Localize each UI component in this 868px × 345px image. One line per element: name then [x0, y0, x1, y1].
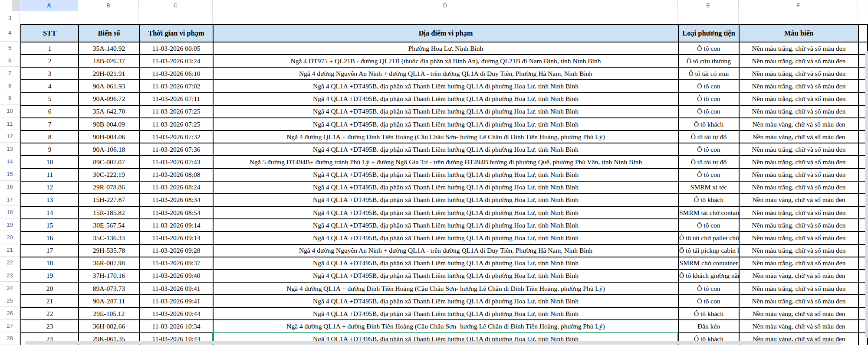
cell-time[interactable]: 11-03-2026 08:24 — [139, 181, 213, 194]
cell-plate_color[interactable]: Nền màu trắng, chữ và số màu đen — [739, 231, 858, 244]
row-number-18[interactable]: 18 — [0, 206, 20, 218]
cell-time[interactable]: 11-03-2026 09:14 — [139, 219, 213, 231]
cell-stt[interactable]: 19 — [21, 270, 79, 282]
header-cell-stt[interactable]: STT — [21, 25, 79, 42]
cell-location[interactable]: Ngã 4 QL1A +DT495B, địa phận xã Thanh Li… — [213, 219, 678, 231]
row-number-27[interactable]: 27 — [0, 320, 20, 332]
cell-vehicle[interactable]: SMRM tải chở container — [678, 206, 739, 219]
header-cell-plate[interactable]: Biển số — [79, 25, 139, 42]
cell-plate[interactable]: 35A-140.92 — [79, 42, 139, 55]
column-header-a[interactable]: A — [20, 0, 78, 11]
cell-location[interactable]: Ngã 4 QL1A +DT495B, địa phận xã Thanh Li… — [213, 307, 678, 320]
cell-location[interactable]: Phường Hoa Lư, Ninh Bình — [213, 42, 678, 55]
cell-stt[interactable]: 13 — [21, 194, 79, 206]
cell-vehicle[interactable]: Ô tô con — [678, 282, 739, 295]
empty-cell[interactable] — [678, 12, 739, 24]
cell-plate[interactable]: 90A-096.72 — [79, 93, 139, 105]
column-header-c[interactable]: C — [139, 0, 213, 11]
select-all-corner[interactable] — [12, 0, 20, 11]
cell-stt[interactable]: 4 — [21, 80, 79, 92]
cell-plate_color[interactable]: Nền màu vàng, chữ và số màu đen — [739, 118, 858, 130]
empty-cell[interactable] — [139, 12, 213, 24]
cell-location[interactable]: Ngã 4 QL1A +DT495B, địa phận xã Thanh Li… — [213, 105, 678, 118]
cell-plate[interactable]: 29H-021.91 — [79, 67, 139, 80]
empty-cell[interactable] — [213, 12, 678, 24]
cell-location[interactable]: Ngã 4 QL1A +DT495B, địa phận xã Thanh Li… — [213, 295, 678, 307]
row-number-24[interactable]: 24 — [0, 282, 20, 294]
row-number-5[interactable]: 5 — [0, 42, 20, 54]
cell-vehicle[interactable]: Ô tô tải tự đổ — [678, 156, 739, 168]
cell-plate_color[interactable]: Nền màu trắng, chữ và số màu đen — [739, 181, 858, 194]
cell-time[interactable]: 11-03-2026 07:11 — [139, 93, 213, 105]
cell-location[interactable]: Ngã 4 QL1A +DT495B, địa phận xã Thanh Li… — [213, 93, 678, 105]
cell-plate_color[interactable]: Nền màu vàng, chữ và số màu đen — [739, 194, 858, 206]
cell-stt[interactable]: 16 — [21, 231, 79, 244]
column-header-f[interactable]: F — [739, 0, 858, 11]
cell-vehicle[interactable]: Ô tô con — [678, 42, 739, 55]
cell-stt[interactable]: 7 — [21, 118, 79, 130]
header-cell-time[interactable]: Thời gian vi phạm — [139, 25, 213, 42]
header-cell-location[interactable]: Địa điểm vi phạm — [213, 25, 678, 42]
header-cell-plate_color[interactable]: Màu biển — [739, 25, 858, 42]
cell-stt[interactable]: 1 — [21, 42, 79, 55]
row-number-28[interactable]: 28 — [0, 332, 20, 345]
row-number-25[interactable]: 25 — [0, 294, 20, 307]
cell-plate_color[interactable]: Nền màu trắng, chữ và số màu đen — [739, 143, 858, 156]
row-number-15[interactable]: 15 — [0, 168, 20, 181]
cell-vehicle[interactable]: Đầu kéo — [678, 320, 739, 332]
cell-time[interactable]: 11-03-2026 09:37 — [139, 257, 213, 270]
cell-vehicle[interactable]: Ô tô khách giường nằm — [678, 270, 739, 282]
cell-vehicle[interactable]: Ô tô tải chở pallet chứa — [678, 231, 739, 244]
header-cell-sliver[interactable] — [858, 25, 868, 42]
cell-stt[interactable]: 5 — [21, 93, 79, 105]
cell-plate[interactable]: 90A-106.18 — [79, 143, 139, 156]
cell-stt[interactable]: 12 — [21, 181, 79, 194]
cell-plate_color[interactable]: Nền màu trắng, chữ và số màu đen — [739, 156, 858, 168]
cell-time[interactable]: 11-03-2026 08:08 — [139, 169, 213, 181]
cell-vehicle[interactable]: Ô tô con — [678, 169, 739, 181]
cell-plate[interactable]: 29E-105.12 — [79, 307, 139, 320]
cell-plate_color[interactable]: Nền màu vàng, chữ và số màu đen — [739, 270, 858, 282]
cell-plate[interactable]: 89C-007.07 — [79, 156, 139, 168]
cell-time[interactable]: 11-03-2026 09:28 — [139, 244, 213, 257]
row-number-10[interactable]: 10 — [0, 105, 20, 117]
cell-location[interactable]: Ngã 4 QL1A +DT495B, địa phận xã Thanh Li… — [213, 80, 678, 92]
cell-vehicle[interactable]: SMRM xi téc — [678, 181, 739, 194]
cell-plate[interactable]: 18B-026.37 — [79, 55, 139, 67]
cell-plate[interactable]: 90H-004.06 — [79, 130, 139, 143]
row-number-7[interactable]: 7 — [0, 67, 20, 79]
cell-time[interactable]: 11-03-2026 09:14 — [139, 231, 213, 244]
cell-vehicle[interactable]: Ô tô khách — [678, 307, 739, 320]
empty-cell[interactable] — [20, 12, 78, 24]
cell-time[interactable]: 11-03-2026 08:34 — [139, 194, 213, 206]
cell-location[interactable]: Ngã 4 QL1A +DT495B, địa phận xã Thanh Li… — [213, 231, 678, 244]
cell-plate[interactable]: 90A-287.11 — [79, 295, 139, 307]
cell-plate_color[interactable]: Nền màu trắng, chữ và số màu đen — [739, 244, 858, 257]
cell-plate_color[interactable]: Nền màu trắng, chữ và số màu đen — [739, 105, 858, 118]
cell-plate_color[interactable]: Nền màu trắng, chữ và số màu đen — [739, 93, 858, 105]
cell-location[interactable]: Ngã 4 QL1A +DT495B, địa phận xã Thanh Li… — [213, 143, 678, 156]
cell-stt[interactable]: 10 — [21, 156, 79, 168]
row-number-12[interactable]: 12 — [0, 130, 20, 143]
cell-location[interactable]: Ngã 4 QL1A +DT495B, địa phận xã Thanh Li… — [213, 270, 678, 282]
cell-stt[interactable]: 23 — [21, 320, 79, 332]
cell-plate[interactable]: 15R-185.82 — [79, 206, 139, 219]
empty-cell[interactable] — [78, 12, 139, 24]
cell-stt[interactable]: 6 — [21, 105, 79, 118]
row-number-3[interactable]: 3 — [0, 12, 20, 24]
cell-stt[interactable]: 21 — [21, 295, 79, 307]
cell-time[interactable]: 11-03-2026 09:41 — [139, 295, 213, 307]
cell-plate_color[interactable]: Nền màu trắng, chữ và số màu đen — [739, 257, 858, 270]
row-number-19[interactable]: 19 — [0, 218, 20, 231]
row-number-14[interactable]: 14 — [0, 156, 20, 168]
cell-location[interactable]: Ngã 4 đường QL1A + đường Đinh Tiên Hoàng… — [213, 320, 678, 332]
cell-plate[interactable]: 29H-535.78 — [79, 244, 139, 257]
cell-time[interactable]: 11-03-2026 07:32 — [139, 130, 213, 143]
cell-location[interactable]: Ngã 4 đường Nguyễn An Ninh + đường QL1A … — [213, 244, 678, 257]
cell-plate_color[interactable]: Nền màu trắng, chữ và số màu đen — [739, 282, 858, 295]
cell-stt[interactable]: 9 — [21, 143, 79, 156]
cell-location[interactable]: Ngã 4 QL1A +DT495B, địa phận xã Thanh Li… — [213, 194, 678, 206]
cell-vehicle[interactable]: Ô tô khách — [678, 194, 739, 206]
cell-plate[interactable]: 30E-567.54 — [79, 219, 139, 231]
empty-cell[interactable] — [858, 12, 867, 24]
